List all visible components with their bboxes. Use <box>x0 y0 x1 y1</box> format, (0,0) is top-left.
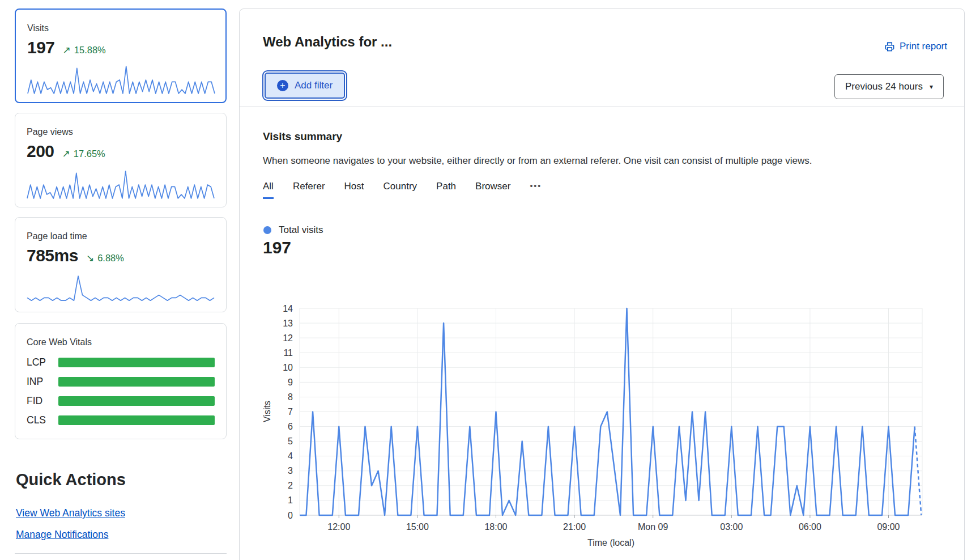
x-axis-tick-label: Mon 09 <box>638 522 668 532</box>
quick-action-link-1[interactable]: View Web Analytics sites <box>16 507 125 519</box>
plus-icon: + <box>277 80 288 91</box>
y-axis-tick-label: 2 <box>288 481 293 490</box>
summary-tabs: AllRefererHostCountryPathBrowser••• <box>263 181 542 199</box>
sidebar: Visits197↗15.88%Page views200↗17.65%Page… <box>15 0 227 560</box>
stat-card-title: Page views <box>27 127 215 137</box>
tab-more-ellipsis-icon[interactable]: ••• <box>530 181 542 199</box>
legend-label: Total visits <box>279 224 323 236</box>
sparkline-chart <box>25 168 216 200</box>
stat-card-title: Page load time <box>27 231 215 241</box>
add-filter-label: Add filter <box>295 80 333 91</box>
cwv-bar-track <box>58 377 215 387</box>
stat-card-value: 785ms <box>27 246 78 265</box>
y-axis-tick-label: 0 <box>288 511 293 520</box>
x-axis-tick-label: 18:00 <box>484 522 507 532</box>
cwv-row-lcp: LCP <box>27 357 215 368</box>
stat-card-value: 200 <box>27 142 54 161</box>
trend-up-icon: ↗ <box>63 45 71 56</box>
stat-card-value-row: 200↗17.65% <box>27 142 215 161</box>
tab-path[interactable]: Path <box>436 181 456 199</box>
cwv-row-inp: INP <box>27 376 215 388</box>
tab-browser[interactable]: Browser <box>475 181 510 199</box>
cwv-label: CLS <box>27 414 58 426</box>
time-range-dropdown[interactable]: Previous 24 hours ▾ <box>834 74 944 99</box>
tab-referer[interactable]: Referer <box>293 181 325 199</box>
stat-card-value-row: 197↗15.88% <box>27 38 214 57</box>
chart-gridlines <box>300 308 922 518</box>
stat-card-delta: ↘6.88% <box>86 252 124 264</box>
page-title: Web Analytics for ... <box>263 34 392 50</box>
print-report-label: Print report <box>900 41 947 52</box>
add-filter-button[interactable]: + Add filter <box>265 73 345 99</box>
chart-legend: Total visits <box>263 224 323 236</box>
cwv-bar <box>58 396 215 406</box>
y-axis-tick-label: 12 <box>283 333 293 343</box>
chart-total-value: 197 <box>263 238 291 257</box>
cwv-bar-track <box>58 415 215 425</box>
y-axis-tick-label: 4 <box>288 451 293 461</box>
cwv-bar-track <box>58 396 215 406</box>
time-range-label: Previous 24 hours <box>845 81 923 92</box>
stat-card-title: Visits <box>27 23 214 33</box>
y-axis-tick-label: 3 <box>288 466 293 476</box>
x-axis-tick-label: 06:00 <box>799 522 821 532</box>
y-axis-tick-label: 10 <box>283 363 293 372</box>
y-axis-tick-label: 6 <box>288 422 293 431</box>
x-axis-tick-label: 09:00 <box>877 522 900 532</box>
sidebar-divider <box>15 553 227 554</box>
legend-dot-icon <box>263 226 271 234</box>
cwv-bar <box>58 415 215 425</box>
printer-icon <box>884 41 895 52</box>
y-axis-tick-label: 11 <box>283 348 293 358</box>
visits-summary-description: When someone navigates to your website, … <box>263 155 812 167</box>
core-web-vitals-card[interactable]: Core Web Vitals LCPINPFIDCLS <box>15 323 227 439</box>
x-axis-tick-label: 15:00 <box>406 522 429 532</box>
sparkline-chart <box>26 63 216 95</box>
stat-card-delta: ↗15.88% <box>63 44 106 56</box>
core-web-vitals-rows: LCPINPFIDCLS <box>27 357 215 426</box>
stat-card-page-views[interactable]: Page views200↗17.65% <box>15 113 227 207</box>
stat-card-value: 197 <box>27 38 55 57</box>
cwv-bar <box>58 358 215 367</box>
y-axis-tick-label: 13 <box>283 319 293 328</box>
x-axis-title: Time (local) <box>587 538 634 548</box>
x-axis-tick-label: 03:00 <box>720 522 743 532</box>
cwv-label: FID <box>27 395 58 407</box>
tab-host[interactable]: Host <box>344 181 364 199</box>
sparkline-chart <box>25 273 216 305</box>
tab-all[interactable]: All <box>263 181 274 199</box>
y-axis-tick-label: 7 <box>288 407 293 417</box>
cwv-label: LCP <box>27 357 58 368</box>
main-panel: Web Analytics for ... Print report + Add… <box>239 9 965 560</box>
cwv-row-cls: CLS <box>27 414 215 426</box>
y-axis-title: Visits <box>262 401 272 422</box>
tab-country[interactable]: Country <box>384 181 417 199</box>
print-report-button[interactable]: Print report <box>884 41 947 52</box>
cwv-label: INP <box>27 376 58 388</box>
header-divider <box>240 107 964 107</box>
y-axis-tick-label: 5 <box>288 436 293 446</box>
y-axis-tick-label: 9 <box>288 377 293 387</box>
trend-up-icon: ↗ <box>62 149 70 159</box>
quick-action-link-2[interactable]: Manage Notifications <box>16 529 108 541</box>
visits-summary-title: Visits summary <box>263 130 342 143</box>
x-axis-tick-label: 21:00 <box>563 522 586 532</box>
x-axis-tick-label: 12:00 <box>327 522 350 532</box>
cwv-bar <box>58 377 215 387</box>
cwv-row-fid: FID <box>27 395 215 407</box>
chevron-down-icon: ▾ <box>930 83 933 91</box>
cwv-bar-track <box>58 358 215 367</box>
stat-card-visits[interactable]: Visits197↗15.88% <box>15 9 227 103</box>
core-web-vitals-title: Core Web Vitals <box>27 337 215 347</box>
visits-line-chart: 0123456789101112131412:0015:0018:0021:00… <box>240 258 965 560</box>
trend-down-icon: ↘ <box>86 253 94 264</box>
stat-card-page-load-time[interactable]: Page load time785ms↘6.88% <box>15 217 227 312</box>
y-axis-tick-label: 14 <box>283 304 293 313</box>
stat-card-value-row: 785ms↘6.88% <box>27 246 215 265</box>
stat-card-delta: ↗17.65% <box>62 148 105 160</box>
quick-actions-title: Quick Actions <box>16 470 126 489</box>
y-axis-tick-label: 1 <box>288 495 293 505</box>
y-axis-tick-label: 8 <box>288 392 293 402</box>
